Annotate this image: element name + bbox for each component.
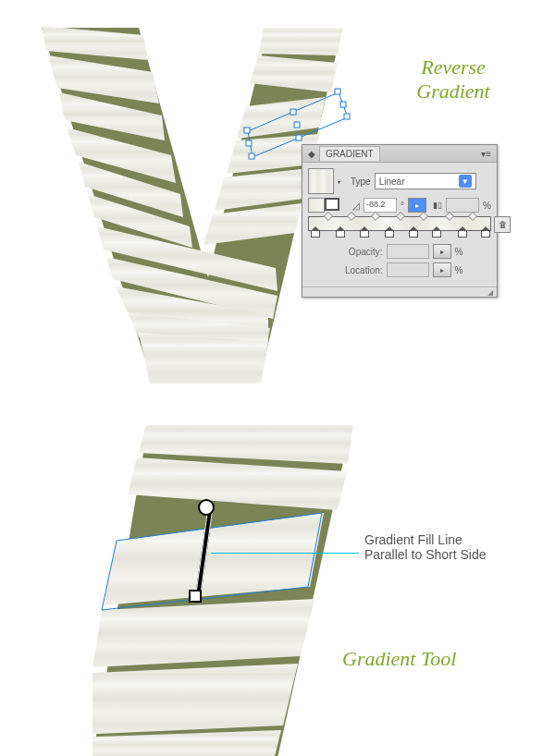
callout-line1: Gradient Fill Line [364,532,487,547]
panel-tab-gradient[interactable]: GRADIENT [319,146,380,161]
type-select[interactable]: Linear ▼ [375,173,476,189]
delete-stop-icon[interactable]: 🗑 [494,216,511,233]
callout-text: Gradient Fill Line Parallel to Short Sid… [364,532,487,562]
gradient-ramp[interactable]: 🗑 [308,216,491,231]
opacity-label: Opacity: [337,247,383,257]
gradient-tool-end-icon[interactable] [189,590,202,603]
opacity-unit: % [455,247,463,257]
panel-titlebar[interactable]: ◆ GRADIENT ▾≡ [302,145,497,163]
letter-section-bottom [92,425,333,756]
type-label: Type [351,177,371,187]
location-label: Location: [337,265,383,275]
aspect-input [446,198,479,213]
svg-rect-3 [344,114,350,119]
opacity-input [387,244,429,259]
stroke-swatch-icon[interactable] [325,198,339,211]
gradient-panel: ◆ GRADIENT ▾≡ ▾ Type Linear ▼ ◿ [302,144,498,298]
location-unit: % [455,265,463,275]
dropdown-arrow-icon: ▼ [459,175,472,188]
title-reverse-gradient: Reverse Gradient [388,55,518,104]
swatch-flyout-icon[interactable]: ▾ [338,178,343,185]
angle-unit: ° [401,201,404,211]
fill-swatch-icon[interactable] [308,198,325,213]
title-gradient-tool: Gradient Tool [342,647,456,671]
tutorial-canvas: Reverse Gradient ◆ GRADIENT ▾≡ ▾ Type Li… [0,0,555,756]
letter-v-top [28,18,342,388]
angle-icon: ◿ [352,201,360,211]
location-input [387,262,429,277]
location-stepper[interactable]: ▸ [433,262,451,277]
panel-collapse-icon[interactable]: ◆ [308,149,315,159]
opacity-stepper[interactable]: ▸ [433,244,451,259]
angle-input[interactable]: -88.2 [364,198,397,213]
aspect-icon: ▮▯ [433,201,442,210]
ratio-unit: % [483,201,491,211]
panel-menu-icon[interactable]: ▾≡ [481,149,491,159]
gradient-preview-swatch[interactable] [308,168,334,194]
callout-line [211,553,359,554]
gradient-tool-start-icon[interactable] [198,499,215,516]
panel-resize-icon[interactable]: ◢ [487,288,493,297]
callout-line2: Parallel to Short Side [364,547,487,562]
type-value: Linear [379,177,405,187]
title-line2: Gradient [416,79,489,103]
title-line1: Reverse [421,55,486,79]
reverse-gradient-button[interactable]: ▸ [408,198,426,213]
